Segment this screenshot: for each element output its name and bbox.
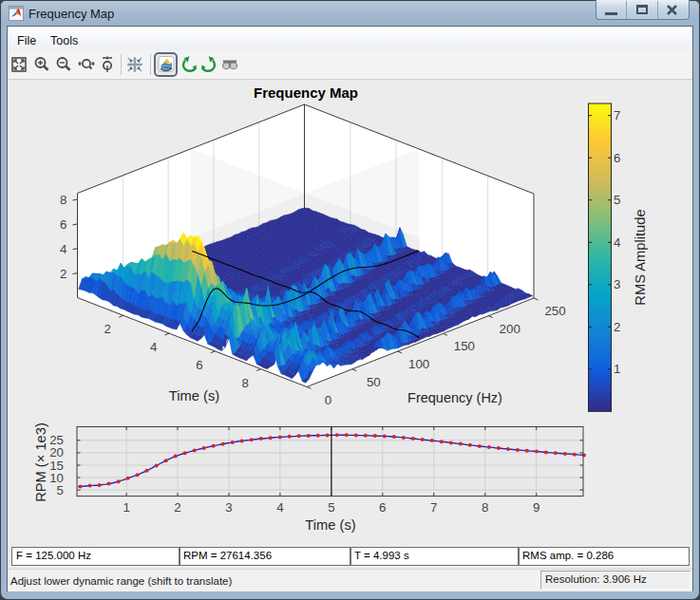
svg-text:150: 150 — [454, 339, 475, 353]
svg-text:2: 2 — [104, 322, 111, 336]
svg-text:4: 4 — [150, 340, 157, 354]
svg-text:6: 6 — [614, 151, 620, 165]
svg-text:2: 2 — [174, 500, 180, 515]
svg-text:Frequency (Hz): Frequency (Hz) — [407, 390, 502, 405]
svg-text:6: 6 — [379, 500, 386, 515]
svg-text:5: 5 — [328, 500, 334, 515]
svg-text:0: 0 — [325, 393, 331, 407]
svg-text:RPM (× 1e3): RPM (× 1e3) — [33, 422, 48, 502]
svg-text:10: 10 — [49, 471, 64, 485]
svg-text:4: 4 — [614, 235, 620, 250]
svg-text:RMS Amplitude: RMS Amplitude — [633, 209, 648, 305]
svg-text:15: 15 — [49, 459, 64, 473]
svg-text:9: 9 — [533, 500, 539, 515]
svg-text:20: 20 — [49, 445, 64, 459]
svg-text:4: 4 — [60, 242, 66, 256]
svg-text:50: 50 — [367, 375, 381, 389]
svg-text:7: 7 — [430, 500, 437, 515]
svg-text:2: 2 — [614, 320, 620, 334]
svg-text:200: 200 — [500, 322, 520, 336]
svg-text:3: 3 — [225, 500, 232, 515]
svg-text:25: 25 — [49, 433, 64, 447]
svg-text:8: 8 — [482, 500, 488, 515]
svg-text:5: 5 — [57, 483, 64, 497]
svg-text:1: 1 — [614, 362, 620, 376]
svg-text:4: 4 — [276, 500, 283, 515]
svg-text:6: 6 — [196, 358, 202, 372]
svg-text:3: 3 — [614, 277, 620, 291]
svg-text:1: 1 — [123, 500, 129, 515]
svg-text:Frequency Map: Frequency Map — [254, 84, 358, 101]
svg-text:8: 8 — [60, 193, 66, 207]
svg-text:2: 2 — [60, 267, 66, 281]
svg-text:Time (s): Time (s) — [169, 388, 219, 403]
svg-text:8: 8 — [241, 376, 248, 390]
svg-text:7: 7 — [614, 108, 620, 122]
svg-text:6: 6 — [60, 217, 66, 232]
svg-text:100: 100 — [408, 357, 429, 371]
svg-text:Time (s): Time (s) — [305, 517, 355, 533]
svg-text:5: 5 — [614, 193, 620, 207]
svg-text:250: 250 — [544, 304, 565, 318]
